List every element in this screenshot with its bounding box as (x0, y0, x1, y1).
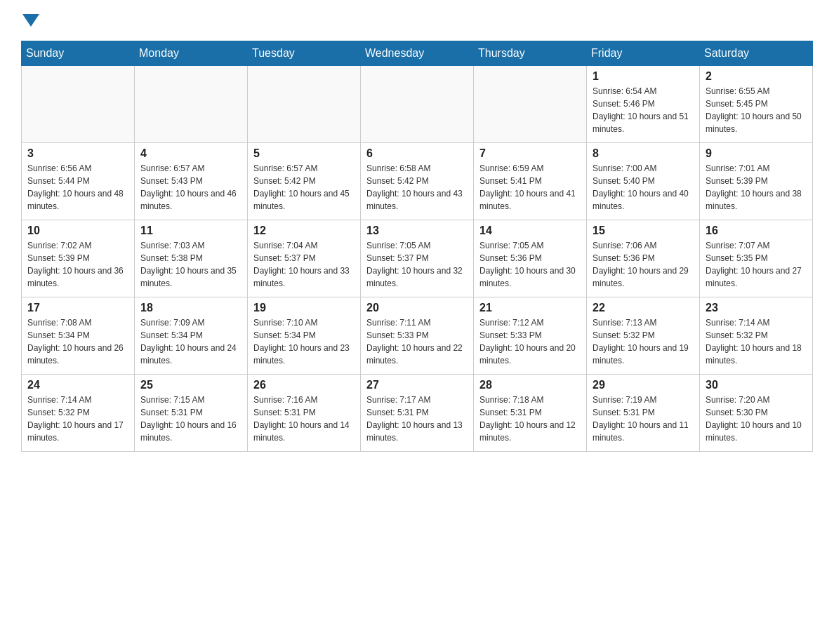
day-cell-1-5: 8Sunrise: 7:00 AMSunset: 5:40 PMDaylight… (587, 143, 700, 220)
day-number: 4 (140, 147, 241, 160)
day-number: 9 (706, 147, 807, 160)
week-row-2: 3Sunrise: 6:56 AMSunset: 5:44 PMDaylight… (22, 143, 813, 220)
week-row-4: 17Sunrise: 7:08 AMSunset: 5:34 PMDayligh… (22, 297, 813, 375)
day-cell-3-3: 20Sunrise: 7:11 AMSunset: 5:33 PMDayligh… (361, 297, 474, 375)
day-cell-2-1: 11Sunrise: 7:03 AMSunset: 5:38 PMDayligh… (135, 220, 248, 297)
day-sun-info: Sunrise: 7:15 AMSunset: 5:31 PMDaylight:… (140, 394, 241, 444)
day-number: 19 (253, 302, 355, 314)
day-sun-info: Sunrise: 6:57 AMSunset: 5:43 PMDaylight:… (140, 162, 241, 213)
day-cell-1-0: 3Sunrise: 6:56 AMSunset: 5:44 PMDaylight… (22, 143, 135, 220)
day-sun-info: Sunrise: 6:58 AMSunset: 5:42 PMDaylight:… (366, 162, 468, 213)
day-number: 12 (253, 224, 355, 237)
day-cell-4-4: 28Sunrise: 7:18 AMSunset: 5:31 PMDayligh… (474, 375, 587, 452)
day-cell-2-3: 13Sunrise: 7:05 AMSunset: 5:37 PMDayligh… (361, 220, 474, 297)
day-number: 18 (140, 302, 241, 314)
header-thursday: Thursday (474, 41, 587, 66)
day-sun-info: Sunrise: 7:20 AMSunset: 5:30 PMDaylight:… (706, 394, 807, 444)
day-sun-info: Sunrise: 7:05 AMSunset: 5:36 PMDaylight:… (479, 239, 581, 290)
week-row-3: 10Sunrise: 7:02 AMSunset: 5:39 PMDayligh… (22, 220, 813, 297)
day-sun-info: Sunrise: 7:05 AMSunset: 5:37 PMDaylight:… (366, 239, 468, 290)
day-cell-2-2: 12Sunrise: 7:04 AMSunset: 5:37 PMDayligh… (248, 220, 361, 297)
day-cell-3-4: 21Sunrise: 7:12 AMSunset: 5:33 PMDayligh… (474, 297, 587, 375)
day-cell-1-3: 6Sunrise: 6:58 AMSunset: 5:42 PMDaylight… (361, 143, 474, 220)
day-sun-info: Sunrise: 6:54 AMSunset: 5:46 PMDaylight:… (593, 85, 694, 135)
day-cell-4-5: 29Sunrise: 7:19 AMSunset: 5:31 PMDayligh… (587, 375, 700, 452)
day-sun-info: Sunrise: 7:08 AMSunset: 5:34 PMDaylight:… (27, 316, 128, 367)
day-cell-4-3: 27Sunrise: 7:17 AMSunset: 5:31 PMDayligh… (361, 375, 474, 452)
day-cell-2-4: 14Sunrise: 7:05 AMSunset: 5:36 PMDayligh… (474, 220, 587, 297)
day-number: 15 (593, 224, 694, 237)
day-sun-info: Sunrise: 7:18 AMSunset: 5:31 PMDaylight:… (479, 394, 581, 444)
day-cell-4-2: 26Sunrise: 7:16 AMSunset: 5:31 PMDayligh… (248, 375, 361, 452)
day-sun-info: Sunrise: 7:19 AMSunset: 5:31 PMDaylight:… (593, 394, 694, 444)
day-sun-info: Sunrise: 7:12 AMSunset: 5:33 PMDaylight:… (479, 316, 581, 367)
day-number: 25 (140, 379, 241, 391)
day-number: 11 (140, 224, 241, 237)
day-sun-info: Sunrise: 6:57 AMSunset: 5:42 PMDaylight:… (253, 162, 355, 213)
day-cell-1-4: 7Sunrise: 6:59 AMSunset: 5:41 PMDaylight… (474, 143, 587, 220)
day-number: 7 (479, 147, 581, 160)
day-number: 30 (706, 379, 807, 391)
day-cell-2-6: 16Sunrise: 7:07 AMSunset: 5:35 PMDayligh… (700, 220, 813, 297)
day-number: 29 (593, 379, 694, 391)
day-cell-2-5: 15Sunrise: 7:06 AMSunset: 5:36 PMDayligh… (587, 220, 700, 297)
logo-triangle-icon (22, 14, 39, 27)
day-cell-4-1: 25Sunrise: 7:15 AMSunset: 5:31 PMDayligh… (135, 375, 248, 452)
day-sun-info: Sunrise: 7:09 AMSunset: 5:34 PMDaylight:… (140, 316, 241, 367)
day-cell-1-2: 5Sunrise: 6:57 AMSunset: 5:42 PMDaylight… (248, 143, 361, 220)
day-number: 14 (479, 224, 581, 237)
day-cell-1-6: 9Sunrise: 7:01 AMSunset: 5:39 PMDaylight… (700, 143, 813, 220)
day-cell-0-6: 2Sunrise: 6:55 AMSunset: 5:45 PMDaylight… (700, 66, 813, 143)
day-sun-info: Sunrise: 7:06 AMSunset: 5:36 PMDaylight:… (593, 239, 694, 290)
day-sun-info: Sunrise: 7:14 AMSunset: 5:32 PMDaylight:… (27, 394, 128, 444)
day-sun-info: Sunrise: 7:00 AMSunset: 5:40 PMDaylight:… (593, 162, 694, 213)
day-number: 8 (593, 147, 694, 160)
week-row-5: 24Sunrise: 7:14 AMSunset: 5:32 PMDayligh… (22, 375, 813, 452)
day-number: 16 (706, 224, 807, 237)
day-sun-info: Sunrise: 7:14 AMSunset: 5:32 PMDaylight:… (706, 316, 807, 367)
day-sun-info: Sunrise: 6:55 AMSunset: 5:45 PMDaylight:… (706, 85, 807, 135)
day-cell-0-3 (361, 66, 474, 143)
day-number: 24 (27, 379, 128, 391)
day-cell-4-0: 24Sunrise: 7:14 AMSunset: 5:32 PMDayligh… (22, 375, 135, 452)
day-cell-3-2: 19Sunrise: 7:10 AMSunset: 5:34 PMDayligh… (248, 297, 361, 375)
day-cell-1-1: 4Sunrise: 6:57 AMSunset: 5:43 PMDaylight… (135, 143, 248, 220)
day-cell-3-6: 23Sunrise: 7:14 AMSunset: 5:32 PMDayligh… (700, 297, 813, 375)
day-number: 13 (366, 224, 468, 237)
day-cell-0-2 (248, 66, 361, 143)
day-sun-info: Sunrise: 7:13 AMSunset: 5:32 PMDaylight:… (593, 316, 694, 367)
day-sun-info: Sunrise: 7:03 AMSunset: 5:38 PMDaylight:… (140, 239, 241, 290)
day-sun-info: Sunrise: 7:07 AMSunset: 5:35 PMDaylight:… (706, 239, 807, 290)
day-sun-info: Sunrise: 7:01 AMSunset: 5:39 PMDaylight:… (706, 162, 807, 213)
header-monday: Monday (135, 41, 248, 66)
day-cell-0-1 (135, 66, 248, 143)
day-cell-0-5: 1Sunrise: 6:54 AMSunset: 5:46 PMDaylight… (587, 66, 700, 143)
day-sun-info: Sunrise: 6:56 AMSunset: 5:44 PMDaylight:… (27, 162, 128, 213)
day-sun-info: Sunrise: 7:16 AMSunset: 5:31 PMDaylight:… (253, 394, 355, 444)
header-tuesday: Tuesday (248, 41, 361, 66)
day-sun-info: Sunrise: 6:59 AMSunset: 5:41 PMDaylight:… (479, 162, 581, 213)
day-cell-2-0: 10Sunrise: 7:02 AMSunset: 5:39 PMDayligh… (22, 220, 135, 297)
day-number: 20 (366, 302, 468, 314)
day-number: 17 (27, 302, 128, 314)
day-number: 6 (366, 147, 468, 160)
day-number: 27 (366, 379, 468, 391)
day-number: 23 (706, 302, 807, 314)
day-cell-3-5: 22Sunrise: 7:13 AMSunset: 5:32 PMDayligh… (587, 297, 700, 375)
day-number: 10 (27, 224, 128, 237)
day-cell-4-6: 30Sunrise: 7:20 AMSunset: 5:30 PMDayligh… (700, 375, 813, 452)
header-sunday: Sunday (22, 41, 135, 66)
day-sun-info: Sunrise: 7:02 AMSunset: 5:39 PMDaylight:… (27, 239, 128, 290)
day-cell-3-0: 17Sunrise: 7:08 AMSunset: 5:34 PMDayligh… (22, 297, 135, 375)
calendar-table: Sunday Monday Tuesday Wednesday Thursday… (21, 41, 813, 452)
day-number: 22 (593, 302, 694, 314)
day-number: 1 (593, 70, 694, 83)
header-saturday: Saturday (700, 41, 813, 66)
header-wednesday: Wednesday (361, 41, 474, 66)
day-sun-info: Sunrise: 7:17 AMSunset: 5:31 PMDaylight:… (366, 394, 468, 444)
logo (21, 14, 41, 27)
day-cell-3-1: 18Sunrise: 7:09 AMSunset: 5:34 PMDayligh… (135, 297, 248, 375)
day-number: 2 (706, 70, 807, 83)
calendar-header-row: Sunday Monday Tuesday Wednesday Thursday… (22, 41, 813, 66)
header-friday: Friday (587, 41, 700, 66)
